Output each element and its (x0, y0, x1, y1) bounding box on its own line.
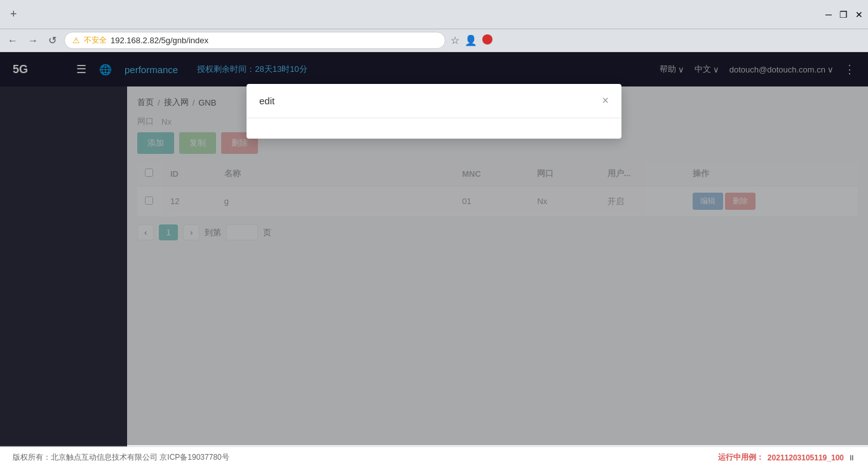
security-warning-icon: ⚠ (72, 36, 80, 45)
restore-button[interactable]: ❐ (839, 10, 848, 20)
browser-chrome: + ─ ❐ ✕ (0, 0, 868, 29)
address-actions: ☆ 👤 (451, 34, 492, 46)
pause-button[interactable]: ⏸ (848, 453, 855, 462)
running-label: 运行中用例： (718, 452, 764, 463)
not-secure-label: 不安全 (84, 35, 107, 46)
new-tab-button[interactable]: + (5, 8, 22, 21)
modal-header: edit × (247, 84, 621, 118)
minimize-button[interactable]: ─ (825, 10, 832, 20)
modal-close-button[interactable]: × (602, 94, 609, 107)
back-button[interactable]: ← (5, 35, 20, 46)
address-text[interactable]: 192.168.2.82/5g/gnb/index (111, 36, 208, 45)
address-bar: ← → ↺ ⚠ 不安全 192.168.2.82/5g/gnb/index ☆ … (0, 29, 868, 52)
reload-button[interactable]: ↺ (46, 34, 59, 46)
edit-modal: edit × (247, 84, 621, 139)
extension-icon[interactable] (482, 34, 492, 45)
modal-title: edit (259, 95, 275, 106)
running-value: 20211203105119_100 (768, 453, 844, 462)
footer-running-section: 运行中用例： 20211203105119_100 ⏸ (718, 452, 855, 463)
account-icon[interactable]: 👤 (465, 34, 477, 46)
copyright-text: 版权所有：北京触点互动信息技术有限公司 京ICP备19037780号 (13, 452, 229, 463)
forward-button[interactable]: → (25, 35, 41, 46)
modal-body (247, 118, 621, 139)
address-input-wrapper[interactable]: ⚠ 不安全 192.168.2.82/5g/gnb/index (64, 32, 445, 49)
footer: 版权所有：北京触点互动信息技术有限公司 京ICP备19037780号 运行中用例… (0, 446, 868, 468)
modal-overlay: edit × (0, 52, 868, 445)
bookmark-icon[interactable]: ☆ (451, 34, 459, 46)
close-window-button[interactable]: ✕ (855, 10, 863, 20)
